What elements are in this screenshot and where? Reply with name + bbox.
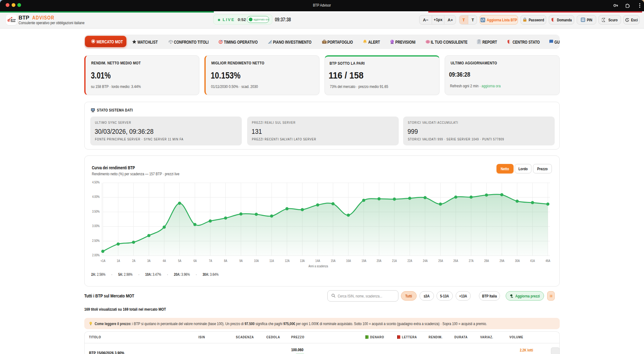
- svg-text:BTP: BTP: [11, 19, 16, 21]
